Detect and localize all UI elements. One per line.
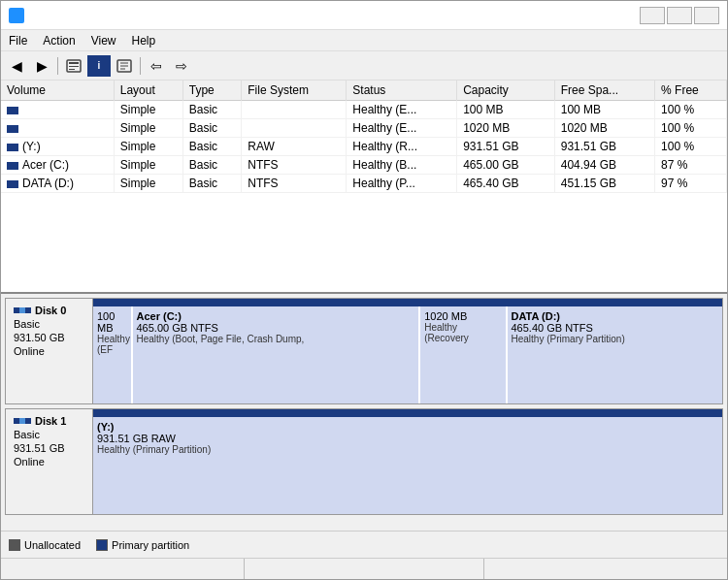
svg-rect-1 (69, 62, 79, 64)
partition[interactable]: 100 MBHealthy (EF (93, 306, 133, 403)
table-row[interactable]: SimpleBasicHealthy (E...1020 MB1020 MB10… (1, 119, 727, 138)
volume-icon (7, 107, 18, 114)
toolbar-back[interactable]: ◀ (5, 55, 28, 77)
volume-icon (7, 180, 18, 188)
cell-pct: 100 % (655, 138, 727, 156)
minimize-button[interactable] (640, 7, 665, 24)
cell-status: Healthy (B... (347, 156, 457, 175)
col-volume[interactable]: Volume (1, 81, 114, 101)
toolbar-btn7[interactable]: ⇨ (170, 55, 193, 77)
cell-fs: NTFS (242, 156, 347, 175)
cell-type: Basic (182, 119, 241, 138)
cell-fs (242, 119, 347, 138)
partitions-row: (Y:)931.51 GB RAWHealthy (Primary Partit… (93, 417, 722, 514)
disk-row: Disk 0Basic931.50 GBOnline100 MBHealthy … (5, 298, 723, 404)
menu-help[interactable]: Help (124, 32, 164, 49)
cell-free: 100 MB (554, 101, 654, 119)
cell-free: 931.51 GB (554, 138, 654, 156)
disk-name: Disk 0 (14, 305, 84, 316)
main-window: File Action View Help ◀ ▶ i ⇦ ⇨ Volume L… (0, 0, 728, 580)
partition[interactable]: (Y:)931.51 GB RAWHealthy (Primary Partit… (93, 417, 722, 514)
status-section-2 (245, 559, 484, 579)
menu-file[interactable]: File (1, 32, 35, 49)
col-filesystem[interactable]: File System (242, 81, 347, 101)
col-pctfree[interactable]: % Free (655, 81, 727, 101)
col-type[interactable]: Type (182, 81, 241, 101)
partition-name: (Y:) (97, 421, 718, 433)
title-bar (1, 1, 727, 30)
toolbar: ◀ ▶ i ⇦ ⇨ (1, 51, 727, 81)
table-row[interactable]: DATA (D:)SimpleBasicNTFSHealthy (P...465… (1, 175, 727, 193)
cell-volume: (Y:) (1, 138, 114, 156)
partition-size: 465.00 GB NTFS (137, 322, 415, 334)
disk-partitions: 100 MBHealthy (EFAcer (C:)465.00 GB NTFS… (93, 299, 722, 403)
table-row[interactable]: (Y:)SimpleBasicRAWHealthy (R...931.51 GB… (1, 138, 727, 156)
legend-bar: Unallocated Primary partition (1, 531, 727, 558)
disk-section: Disk 0Basic931.50 GBOnline100 MBHealthy … (1, 294, 727, 531)
toolbar-sep1 (57, 57, 58, 75)
maximize-button[interactable] (667, 7, 692, 24)
menu-view[interactable]: View (83, 32, 124, 49)
disk-label: Disk 1Basic931.51 GBOnline (6, 409, 93, 514)
cell-volume (1, 101, 114, 119)
disk-status: Online (14, 456, 84, 467)
close-button[interactable] (694, 7, 719, 24)
col-layout[interactable]: Layout (114, 81, 182, 101)
legend-unalloc-box (9, 539, 20, 551)
disk-icon (14, 307, 31, 313)
col-capacity[interactable]: Capacity (457, 81, 555, 101)
partition-status: Healthy (Recovery (424, 322, 501, 343)
volume-table: Volume Layout Type File System Status Ca… (1, 81, 727, 193)
status-bar (1, 558, 727, 579)
disk-bar (93, 299, 722, 306)
disk-status: Online (14, 345, 84, 357)
disk-name: Disk 1 (14, 415, 84, 427)
disk-row: Disk 1Basic931.51 GBOnline(Y:)931.51 GB … (5, 408, 723, 515)
legend-primary: Primary partition (96, 539, 189, 551)
cell-status: Healthy (E... (347, 101, 457, 119)
cell-capacity: 465.40 GB (457, 175, 555, 193)
partition-status: Healthy (Primary Partition) (97, 444, 718, 455)
disk-partitions: (Y:)931.51 GB RAWHealthy (Primary Partit… (93, 409, 722, 514)
cell-fs (242, 101, 347, 119)
partition[interactable]: 1020 MBHealthy (Recovery (420, 306, 507, 403)
col-freespace[interactable]: Free Spa... (554, 81, 654, 101)
cell-fs: RAW (242, 138, 347, 156)
cell-capacity: 931.51 GB (457, 138, 555, 156)
partition[interactable]: DATA (D:)465.40 GB NTFSHealthy (Primary … (508, 306, 723, 403)
toolbar-btn6[interactable]: ⇦ (145, 55, 168, 77)
disk-label: Disk 0Basic931.50 GBOnline (6, 299, 93, 403)
table-row[interactable]: Acer (C:)SimpleBasicNTFSHealthy (B...465… (1, 156, 727, 175)
cell-layout: Simple (114, 175, 182, 193)
volume-icon (7, 144, 18, 151)
svg-rect-2 (69, 66, 79, 67)
cell-volume: DATA (D:) (1, 175, 114, 193)
app-icon (9, 8, 24, 23)
toolbar-btn3[interactable] (62, 55, 85, 77)
cell-type: Basic (182, 156, 241, 175)
cell-status: Healthy (P... (347, 175, 457, 193)
partitions-row: 100 MBHealthy (EFAcer (C:)465.00 GB NTFS… (93, 306, 722, 403)
cell-status: Healthy (E... (347, 119, 457, 138)
partition[interactable]: Acer (C:)465.00 GB NTFSHealthy (Boot, Pa… (133, 306, 421, 403)
toolbar-sep2 (140, 57, 141, 75)
cell-layout: Simple (114, 156, 182, 175)
cell-fs: NTFS (242, 175, 347, 193)
toolbar-btn5[interactable] (113, 55, 136, 77)
legend-primary-box (96, 539, 108, 551)
partition-size: 1020 MB (424, 310, 501, 322)
table-row[interactable]: SimpleBasicHealthy (E...100 MB100 MB100 … (1, 101, 727, 119)
legend-primary-label: Primary partition (112, 539, 189, 551)
cell-pct: 100 % (655, 119, 727, 138)
partition-name: DATA (D:) (512, 310, 719, 322)
menu-action[interactable]: Action (35, 32, 83, 49)
cell-capacity: 1020 MB (457, 119, 555, 138)
cell-capacity: 465.00 GB (457, 156, 555, 175)
col-status[interactable]: Status (347, 81, 457, 101)
cell-capacity: 100 MB (457, 101, 555, 119)
cell-volume (1, 119, 114, 138)
volume-icon (7, 162, 18, 170)
toolbar-btn4[interactable]: i (87, 55, 111, 77)
cell-free: 1020 MB (554, 119, 654, 138)
toolbar-forward[interactable]: ▶ (30, 55, 53, 77)
